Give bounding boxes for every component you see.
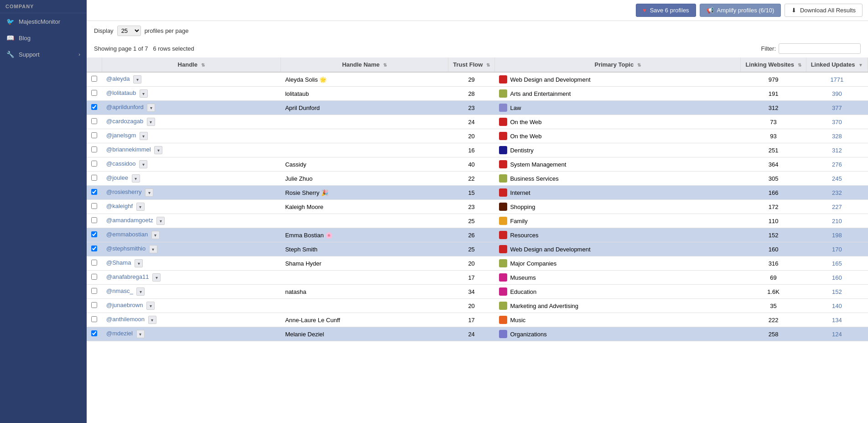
row-updates-cell: 152 xyxy=(806,285,868,299)
linked-updates-link[interactable]: 232 xyxy=(832,189,842,196)
row-checkbox[interactable] xyxy=(91,288,97,294)
table-row: @nmasc_ ▾ natasha 34 Education 1.6K 152 xyxy=(87,285,868,299)
handle-link[interactable]: @cardozagab xyxy=(106,118,143,125)
row-checkbox[interactable] xyxy=(91,231,97,237)
handle-link[interactable]: @rosiesherry xyxy=(106,188,142,195)
linked-updates-link[interactable]: 160 xyxy=(832,274,842,281)
row-checkbox[interactable] xyxy=(91,90,97,96)
handle-link[interactable]: @stephsmithio xyxy=(106,245,146,252)
handle-link[interactable]: @mdeziel xyxy=(106,330,133,337)
amplify-profiles-button[interactable]: 📢 Amplify profiles (6/10) xyxy=(700,4,781,17)
handle-dropdown-icon[interactable]: ▾ xyxy=(146,302,155,310)
linked-updates-link[interactable]: 140 xyxy=(832,303,842,309)
row-checkbox[interactable] xyxy=(91,302,97,308)
linked-updates-link[interactable]: 390 xyxy=(832,90,842,97)
handle-name: Anne-Laure Le Cunff xyxy=(285,317,340,324)
handle-dropdown-icon[interactable]: ▾ xyxy=(136,203,145,211)
row-checkbox[interactable] xyxy=(91,104,97,110)
handle-dropdown-icon[interactable]: ▾ xyxy=(135,259,143,267)
linking-websites-value: 191 xyxy=(769,90,779,97)
handle-dropdown-icon[interactable]: ▾ xyxy=(156,217,165,225)
handle-dropdown-icon[interactable]: ▾ xyxy=(152,273,161,282)
row-checkbox[interactable] xyxy=(91,260,97,266)
handle-dropdown-icon[interactable]: ▾ xyxy=(148,316,156,324)
handle-dropdown-icon[interactable]: ▾ xyxy=(139,160,147,168)
sidebar-item-majestic-monitor[interactable]: 🐦 MajesticMonitor xyxy=(0,13,87,30)
row-checkbox[interactable] xyxy=(91,175,97,181)
trust-flow-value: 16 xyxy=(468,147,474,154)
row-checkbox[interactable] xyxy=(91,189,97,195)
row-checkbox[interactable] xyxy=(91,132,97,138)
col-trust-flow[interactable]: Trust Flow ⇅ xyxy=(448,57,495,72)
row-trust-cell: 20 xyxy=(448,299,495,313)
handle-dropdown-icon[interactable]: ▾ xyxy=(145,188,153,197)
display-row: Display 10 25 50 100 profiles per page xyxy=(87,21,868,41)
save-profiles-button[interactable]: ♥ Save 6 profiles xyxy=(636,4,696,17)
linked-updates-link[interactable]: 198 xyxy=(832,232,842,239)
per-page-select[interactable]: 10 25 50 100 xyxy=(117,26,141,36)
handle-dropdown-icon[interactable]: ▾ xyxy=(140,132,148,140)
row-topic-cell: Music xyxy=(494,313,740,327)
linked-updates-link[interactable]: 1771 xyxy=(830,76,843,83)
handle-link[interactable]: @anthilemoon xyxy=(106,316,145,323)
linked-updates-link[interactable]: 227 xyxy=(832,204,842,210)
linked-updates-link[interactable]: 377 xyxy=(832,104,842,111)
handle-link[interactable]: @anafabrega11 xyxy=(106,273,149,280)
topic-label: Organizations xyxy=(510,331,546,338)
handle-link[interactable]: @joulee xyxy=(106,174,128,181)
handle-dropdown-icon[interactable]: ▾ xyxy=(147,104,155,112)
linked-updates-link[interactable]: 134 xyxy=(832,317,842,324)
linked-updates-link[interactable]: 170 xyxy=(832,246,842,253)
handle-dropdown-icon[interactable]: ▾ xyxy=(154,146,162,154)
handle-link[interactable]: @aprildunford xyxy=(106,104,144,110)
handle-dropdown-icon[interactable]: ▾ xyxy=(136,287,145,296)
linked-updates-link[interactable]: 124 xyxy=(832,331,842,338)
handle-dropdown-icon[interactable]: ▾ xyxy=(151,231,160,239)
col-handle[interactable]: Handle ⇅ xyxy=(102,57,281,72)
handle-link[interactable]: @nmasc_ xyxy=(106,287,133,294)
linked-updates-link[interactable]: 165 xyxy=(832,260,842,267)
linked-updates-link[interactable]: 276 xyxy=(832,161,842,168)
handle-dropdown-icon[interactable]: ▾ xyxy=(136,330,145,338)
col-primary-topic[interactable]: Primary Topic ⇅ xyxy=(494,57,740,72)
sidebar-item-support[interactable]: 🔧 Support › xyxy=(0,46,87,63)
linked-updates-link[interactable]: 245 xyxy=(832,175,842,182)
col-handle-name[interactable]: Handle Name ⇅ xyxy=(281,57,448,72)
handle-link[interactable]: @Shama xyxy=(106,259,131,266)
col-linking-websites[interactable]: Linking Websites ⇅ xyxy=(741,57,806,72)
linked-updates-link[interactable]: 328 xyxy=(832,133,842,140)
row-checkbox[interactable] xyxy=(91,274,97,280)
handle-dropdown-icon[interactable]: ▾ xyxy=(149,245,157,253)
linked-updates-link[interactable]: 210 xyxy=(832,218,842,225)
col-linked-updates[interactable]: Linked Updates ▼ xyxy=(806,57,868,72)
handle-link[interactable]: @amandamgoetz xyxy=(106,217,153,224)
row-checkbox[interactable] xyxy=(91,118,97,124)
filter-input[interactable] xyxy=(779,43,861,54)
handle-dropdown-icon[interactable]: ▾ xyxy=(132,174,140,183)
handle-link[interactable]: @aleyda xyxy=(106,75,130,82)
handle-dropdown-icon[interactable]: ▾ xyxy=(140,89,148,98)
row-checkbox[interactable] xyxy=(91,161,97,167)
handle-link[interactable]: @junaebrown xyxy=(106,302,143,308)
row-checkbox[interactable] xyxy=(91,316,97,322)
row-checkbox[interactable] xyxy=(91,217,97,223)
download-all-button[interactable]: ⬇ Download All Results xyxy=(785,4,863,17)
row-checkbox[interactable] xyxy=(91,245,97,251)
handle-link[interactable]: @lolitataub xyxy=(106,89,136,96)
handle-link[interactable]: @briannekimmel xyxy=(106,146,151,153)
handle-link[interactable]: @cassidoo xyxy=(106,160,136,167)
linked-updates-link[interactable]: 370 xyxy=(832,119,842,125)
handle-dropdown-icon[interactable]: ▾ xyxy=(133,75,141,84)
handle-link[interactable]: @janelsgm xyxy=(106,132,136,139)
linked-updates-link[interactable]: 312 xyxy=(832,147,842,154)
row-checkbox[interactable] xyxy=(91,330,97,336)
linked-updates-link[interactable]: 152 xyxy=(832,288,842,295)
handle-link[interactable]: @kaleighf xyxy=(106,203,133,209)
row-checkbox[interactable] xyxy=(91,76,97,82)
row-checkbox[interactable] xyxy=(91,146,97,152)
handle-link[interactable]: @emmabostian xyxy=(106,231,148,238)
sidebar-item-blog[interactable]: 📖 Blog xyxy=(0,30,87,46)
row-updates-cell: 198 xyxy=(806,228,868,242)
row-checkbox[interactable] xyxy=(91,203,97,209)
handle-dropdown-icon[interactable]: ▾ xyxy=(147,118,155,126)
